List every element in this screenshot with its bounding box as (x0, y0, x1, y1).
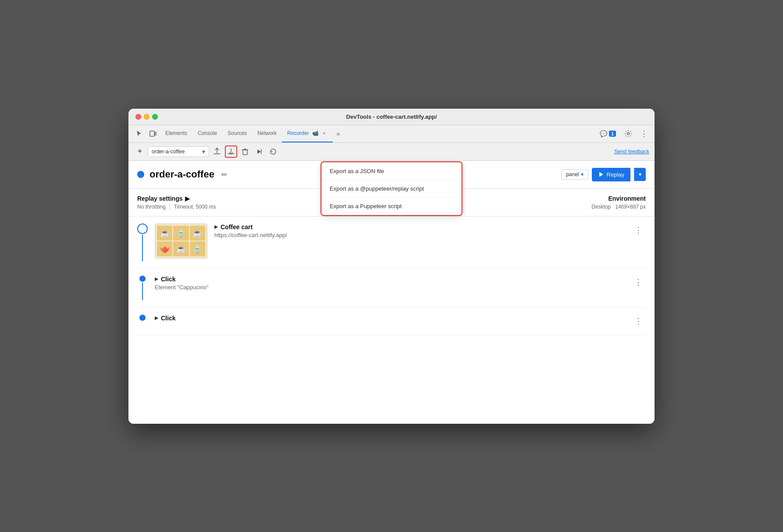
step-more-button[interactable]: ⋮ (631, 276, 646, 289)
step-item: ▶ Click ⋮ (137, 308, 646, 335)
svg-point-2 (627, 133, 630, 135)
export-puppeteer-item[interactable]: Export as a Puppeteer script (322, 197, 461, 215)
header-right: panel ▾ Replay ▾ (561, 168, 646, 181)
replay-settings-toggle[interactable]: Replay settings ▶ (137, 195, 216, 202)
new-recording-button[interactable]: + (134, 145, 146, 158)
tabs-right: 💬 1 ⋮ (596, 127, 651, 141)
tab-console[interactable]: Console (192, 125, 222, 142)
export-puppeteer-replay-item[interactable]: Export as a @puppeteer/replay script (322, 180, 461, 197)
step-circle-navigate (137, 223, 148, 234)
step-replay-button[interactable] (253, 145, 265, 158)
settings-icon[interactable] (621, 127, 635, 141)
more-options-icon[interactable]: ⋮ (637, 127, 651, 141)
replay-button[interactable]: Replay (592, 168, 630, 181)
recording-title: order-a-coffee (149, 169, 214, 180)
replay-dropdown-button[interactable]: ▾ (634, 168, 646, 181)
window-title: DevTools - coffee-cart.netlify.app/ (346, 113, 437, 120)
step-dot-click1 (139, 276, 146, 282)
devtools-tab-bar: Elements Console Sources Network Recorde… (128, 125, 655, 143)
step-name: Click (161, 315, 175, 322)
device-mode-icon[interactable] (146, 127, 160, 141)
recording-selector[interactable]: order-a-coffee ▾ (148, 146, 209, 157)
step-name: Click (161, 276, 175, 283)
devtools-window: DevTools - coffee-cart.netlify.app/ Elem… (128, 109, 655, 424)
step-name: Coffee cart (221, 223, 253, 231)
step-detail: Element "Cappucino" (155, 284, 624, 291)
delete-button[interactable] (239, 145, 251, 158)
step-header-click2[interactable]: ▶ Click (155, 315, 624, 322)
traffic-lights (135, 114, 158, 120)
step-thumbnail: ☕ 🍵 ☕ 🫖 ☕ 🍵 (155, 223, 207, 259)
step-expand-icon: ▶ (214, 224, 218, 230)
tab-recorder[interactable]: Recorder 📹 × (282, 125, 333, 142)
close-recorder-tab[interactable]: × (320, 130, 327, 137)
console-messages-button[interactable]: 💬 1 (596, 128, 619, 139)
settings-left: Replay settings ▶ No throttling | Timeou… (137, 195, 216, 210)
step-info-click2: ▶ Click (155, 315, 624, 322)
env-details: Desktop 1469×887 px (591, 204, 646, 210)
settings-expand-icon: ▶ (185, 195, 190, 202)
close-button[interactable] (135, 114, 141, 120)
svg-rect-1 (155, 132, 156, 135)
minimize-button[interactable] (144, 114, 149, 120)
download-button[interactable] (225, 145, 237, 158)
tab-elements[interactable]: Elements (160, 125, 192, 142)
steps-list: ☕ 🍵 ☕ 🫖 ☕ 🍵 ▶ Coffee cart https://coffee… (128, 216, 655, 424)
step-item: ▶ Click Element "Cappucino" ⋮ (137, 269, 646, 308)
console-badge: 1 (609, 131, 616, 137)
upload-button[interactable] (211, 145, 223, 158)
tab-network[interactable]: Network (252, 125, 282, 142)
svg-rect-0 (150, 131, 154, 136)
tabs-overflow[interactable]: » (333, 130, 343, 137)
step-detail: https://coffee-cart.netlify.app/ (214, 232, 624, 238)
step-info-navigate: ▶ Coffee cart https://coffee-cart.netlif… (214, 223, 624, 238)
step-header-click1[interactable]: ▶ Click (155, 276, 624, 283)
replay-icon-button[interactable] (267, 145, 279, 158)
tab-sources[interactable]: Sources (222, 125, 252, 142)
send-feedback-link[interactable]: Send feedback (614, 149, 649, 155)
panel-selector[interactable]: panel ▾ (561, 169, 588, 180)
settings-details: No throttling | Timeout: 5000 ms (137, 204, 216, 210)
fullscreen-button[interactable] (152, 114, 158, 120)
step-expand-icon: ▶ (155, 276, 158, 282)
step-header-navigate[interactable]: ▶ Coffee cart (214, 223, 624, 231)
step-expand-icon: ▶ (155, 315, 158, 321)
step-more-button[interactable]: ⋮ (631, 315, 646, 328)
svg-rect-3 (243, 150, 247, 155)
step-item: ☕ 🍵 ☕ 🫖 ☕ 🍵 ▶ Coffee cart https://coffee… (137, 216, 646, 269)
cursor-icon[interactable] (132, 127, 146, 141)
step-info-click1: ▶ Click Element "Cappucino" (155, 276, 624, 291)
step-dot-click2 (139, 315, 146, 321)
edit-title-icon[interactable]: ✏ (220, 169, 229, 181)
export-json-item[interactable]: Export as a JSON file (322, 163, 461, 180)
title-bar: DevTools - coffee-cart.netlify.app/ (128, 109, 655, 125)
step-more-button[interactable]: ⋮ (631, 223, 646, 237)
recorder-toolbar: + order-a-coffee ▾ (128, 143, 655, 161)
environment-info: Environment Desktop 1469×887 px (591, 195, 646, 210)
recording-indicator (137, 171, 144, 178)
export-dropdown: Export as a JSON file Export as a @puppe… (321, 162, 462, 215)
